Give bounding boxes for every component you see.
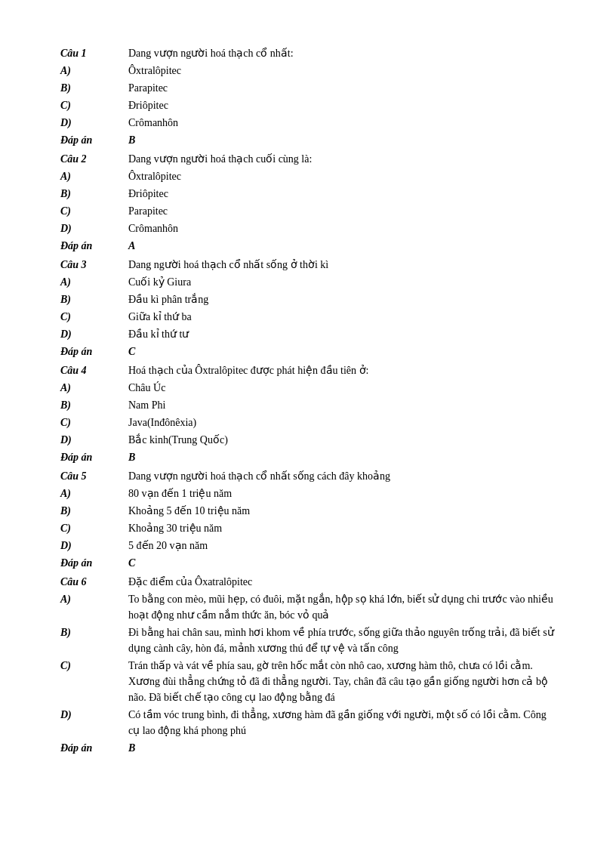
option-4-3: C)Java(Inđônêxia)	[60, 415, 556, 430]
question-line-2: Câu 2Dang vượn người hoá thạch cuối cùng…	[60, 151, 556, 167]
option-5-2: B)Khoảng 5 đến 10 triệu năm	[60, 503, 556, 519]
answer-line-6: Đáp ánB	[60, 740, 556, 756]
option-text-1-1: Ôxtralôpitec	[128, 63, 556, 79]
option-label-5-3: C)	[60, 520, 128, 536]
option-text-4-3: Java(Inđônêxia)	[128, 415, 556, 430]
answer-value-2: A	[128, 238, 135, 254]
option-text-4-1: Châu Úc	[128, 380, 556, 396]
question-block-1: Câu 1Dang vượn người hoá thạch cổ nhất:A…	[60, 45, 556, 148]
option-text-3-3: Giữa kỉ thứ ba	[128, 309, 556, 325]
option-label-1-1: A)	[60, 63, 128, 79]
option-label-3-1: A)	[60, 274, 128, 290]
option-text-4-2: Nam Phi	[128, 397, 556, 413]
option-6-4: D)Có tầm vóc trung bình, đi thẳng, xương…	[60, 707, 556, 739]
option-text-5-1: 80 vạn đến 1 triệu năm	[128, 486, 556, 501]
option-text-1-2: Parapitec	[128, 80, 556, 96]
option-1-4: D)Crômanhôn	[60, 115, 556, 131]
answer-value-1: B	[128, 132, 135, 148]
option-5-3: C)Khoảng 30 triệu năm	[60, 520, 556, 536]
question-line-3: Câu 3Dang người hoá thạch cổ nhất sống ở…	[60, 257, 556, 273]
option-text-3-4: Đầu kỉ thứ tư	[128, 326, 556, 342]
option-3-4: D)Đầu kỉ thứ tư	[60, 326, 556, 342]
option-label-6-3: C)	[60, 658, 128, 674]
option-text-3-2: Đầu kì phân trắng	[128, 291, 556, 307]
option-label-1-3: C)	[60, 97, 128, 113]
option-label-4-2: B)	[60, 397, 128, 413]
answer-value-4: B	[128, 449, 135, 465]
question-label-2: Câu 2	[60, 151, 128, 167]
option-label-2-1: A)	[60, 168, 128, 184]
question-line-4: Câu 4Hoá thạch của Ôxtralôpitec được phá…	[60, 362, 556, 378]
option-text-5-2: Khoảng 5 đến 10 triệu năm	[128, 503, 556, 519]
option-text-2-1: Ôxtralôpitec	[128, 168, 556, 184]
answer-label-2: Đáp án	[60, 238, 128, 254]
option-text-6-3: Trán thấp và vát về phía sau, gờ trên hố…	[128, 658, 556, 705]
question-text-2: Dang vượn người hoá thạch cuối cùng là:	[128, 151, 556, 167]
option-text-2-4: Crômanhôn	[128, 220, 556, 236]
option-label-3-2: B)	[60, 291, 128, 307]
option-label-4-3: C)	[60, 415, 128, 430]
answer-value-6: B	[128, 740, 135, 756]
question-line-6: Câu 6Đặc điểm của Ôxatralôpitec	[60, 574, 556, 590]
option-label-4-4: D)	[60, 432, 128, 448]
option-2-4: D)Crômanhôn	[60, 220, 556, 236]
option-text-5-4: 5 đến 20 vạn năm	[128, 538, 556, 554]
option-text-3-1: Cuối kỷ Giura	[128, 274, 556, 290]
answer-line-1: Đáp ánB	[60, 132, 556, 148]
option-label-2-3: C)	[60, 203, 128, 219]
question-line-1: Câu 1Dang vượn người hoá thạch cổ nhất:	[60, 45, 556, 61]
question-text-5: Dang vượn người hoá thạch cổ nhất sống c…	[128, 468, 556, 484]
option-6-3: C)Trán thấp và vát về phía sau, gờ trên …	[60, 658, 556, 705]
question-label-4: Câu 4	[60, 362, 128, 378]
page-content: Câu 1Dang vượn người hoá thạch cổ nhất:A…	[60, 45, 556, 756]
answer-label-4: Đáp án	[60, 449, 128, 465]
option-text-6-2: Đi bằng hai chân sau, mình hơi khom về p…	[128, 624, 556, 656]
option-label-6-4: D)	[60, 707, 128, 723]
option-1-2: B)Parapitec	[60, 80, 556, 96]
question-label-5: Câu 5	[60, 468, 128, 484]
answer-value-5: C	[128, 555, 135, 571]
option-2-3: C)Parapitec	[60, 203, 556, 219]
option-text-1-4: Crômanhôn	[128, 115, 556, 131]
answer-label-6: Đáp án	[60, 740, 128, 756]
question-label-1: Câu 1	[60, 45, 128, 61]
option-2-2: B)Đriôpitec	[60, 186, 556, 202]
question-block-5: Câu 5Dang vượn người hoá thạch cổ nhất s…	[60, 468, 556, 571]
option-label-2-4: D)	[60, 220, 128, 236]
question-block-2: Câu 2Dang vượn người hoá thạch cuối cùng…	[60, 151, 556, 254]
option-label-6-1: A)	[60, 591, 128, 607]
question-text-3: Dang người hoá thạch cổ nhất sống ở thời…	[128, 257, 556, 273]
option-text-6-4: Có tầm vóc trung bình, đi thẳng, xương h…	[128, 707, 556, 739]
option-text-6-1: To bằng con mèo, mũi hẹp, có đuôi, mặt n…	[128, 591, 556, 623]
answer-label-5: Đáp án	[60, 555, 128, 571]
question-label-6: Câu 6	[60, 574, 128, 590]
option-2-1: A)Ôxtralôpitec	[60, 168, 556, 184]
question-label-3: Câu 3	[60, 257, 128, 273]
question-block-4: Câu 4Hoá thạch của Ôxtralôpitec được phá…	[60, 362, 556, 465]
option-4-1: A)Châu Úc	[60, 380, 556, 396]
answer-line-3: Đáp ánC	[60, 344, 556, 359]
answer-line-2: Đáp ánA	[60, 238, 556, 254]
option-text-1-3: Đriôpitec	[128, 97, 556, 113]
option-label-5-4: D)	[60, 538, 128, 554]
option-label-1-4: D)	[60, 115, 128, 131]
option-label-6-2: B)	[60, 624, 128, 640]
option-6-1: A)To bằng con mèo, mũi hẹp, có đuôi, mặt…	[60, 591, 556, 623]
option-1-1: A)Ôxtralôpitec	[60, 63, 556, 79]
option-label-5-2: B)	[60, 503, 128, 519]
question-text-6: Đặc điểm của Ôxatralôpitec	[128, 574, 556, 590]
question-text-4: Hoá thạch của Ôxtralôpitec được phát hiệ…	[128, 362, 556, 378]
option-label-4-1: A)	[60, 380, 128, 396]
option-1-3: C)Đriôpitec	[60, 97, 556, 113]
option-label-5-1: A)	[60, 486, 128, 501]
question-line-5: Câu 5Dang vượn người hoá thạch cổ nhất s…	[60, 468, 556, 484]
option-6-2: B)Đi bằng hai chân sau, mình hơi khom về…	[60, 624, 556, 656]
question-block-3: Câu 3Dang người hoá thạch cổ nhất sống ở…	[60, 257, 556, 359]
answer-label-3: Đáp án	[60, 344, 128, 359]
option-label-2-2: B)	[60, 186, 128, 202]
option-3-2: B)Đầu kì phân trắng	[60, 291, 556, 307]
answer-value-3: C	[128, 344, 135, 359]
option-text-4-4: Bắc kinh(Trung Quốc)	[128, 432, 556, 448]
option-4-4: D)Bắc kinh(Trung Quốc)	[60, 432, 556, 448]
option-label-1-2: B)	[60, 80, 128, 96]
